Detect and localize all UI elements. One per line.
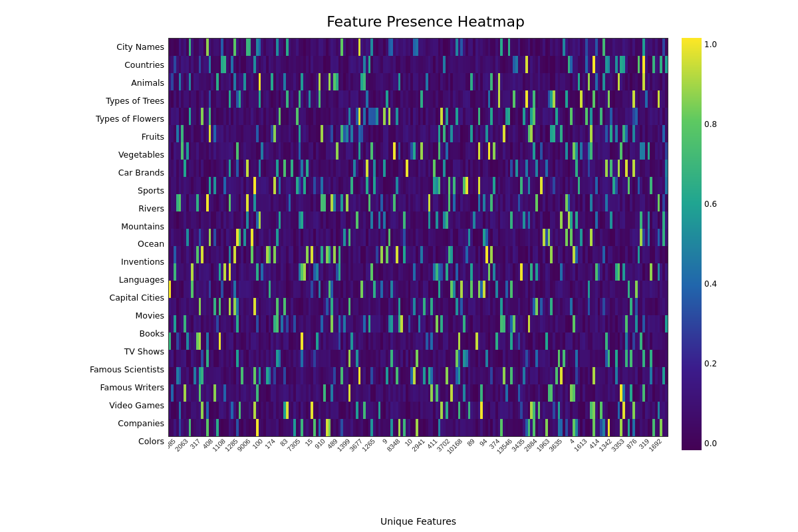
- y-label: Languages: [90, 271, 168, 289]
- x-labels-area: [168, 437, 667, 513]
- heatmap-wrapper: Unique Features: [168, 38, 668, 527]
- y-label: Car Brands: [90, 164, 168, 181]
- colorbar-canvas-wrap: 1.00.80.60.40.20.0: [682, 38, 708, 450]
- y-label: Ocean: [90, 235, 168, 253]
- colorbar-tick: 0.4: [704, 277, 717, 291]
- colorbar-tick: 0.6: [704, 198, 717, 211]
- heatmap-canvas: [168, 38, 668, 437]
- colorbar-canvas: [682, 38, 702, 450]
- y-label: Companies: [90, 414, 168, 432]
- y-label: Colors: [90, 432, 168, 450]
- y-label: Books: [90, 325, 168, 342]
- colorbar-tick: 0.8: [704, 118, 717, 131]
- colorbar-tick: 0.0: [704, 437, 717, 450]
- colorbar-container: 1.00.80.60.40.20.0: [682, 38, 708, 450]
- y-label: Video Games: [90, 397, 168, 414]
- y-label: Famous Writers: [90, 379, 168, 396]
- y-label: Inventions: [90, 253, 168, 271]
- chart-title: Feature Presence Heatmap: [327, 13, 525, 30]
- y-label: Capital Cities: [90, 289, 168, 307]
- y-label: Sports: [90, 182, 168, 199]
- y-label: Rivers: [90, 200, 168, 217]
- colorbar-tick: 1.0: [704, 38, 717, 51]
- x-axis-label: Unique Features: [168, 516, 668, 527]
- chart-container: Feature Presence Heatmap City NamesCount…: [0, 0, 798, 532]
- y-label: TV Shows: [90, 343, 168, 360]
- y-label: City Names: [90, 38, 168, 55]
- y-label: Types of Flowers: [90, 110, 168, 127]
- chart-body: City NamesCountriesAnimalsTypes of Trees…: [90, 38, 708, 527]
- colorbar-ticks: 1.00.80.60.40.20.0: [702, 38, 717, 450]
- y-label: Vegetables: [90, 146, 168, 163]
- y-label: Countries: [90, 56, 168, 73]
- y-labels: City NamesCountriesAnimalsTypes of Trees…: [90, 38, 168, 450]
- y-label: Mountains: [90, 217, 168, 235]
- y-label: Fruits: [90, 128, 168, 145]
- y-label: Types of Trees: [90, 92, 168, 109]
- colorbar-tick: 0.2: [704, 357, 717, 370]
- x-labels-canvas: [168, 437, 667, 513]
- y-label: Movies: [90, 307, 168, 325]
- y-label: Animals: [90, 74, 168, 91]
- y-label: Famous Scientists: [90, 361, 168, 378]
